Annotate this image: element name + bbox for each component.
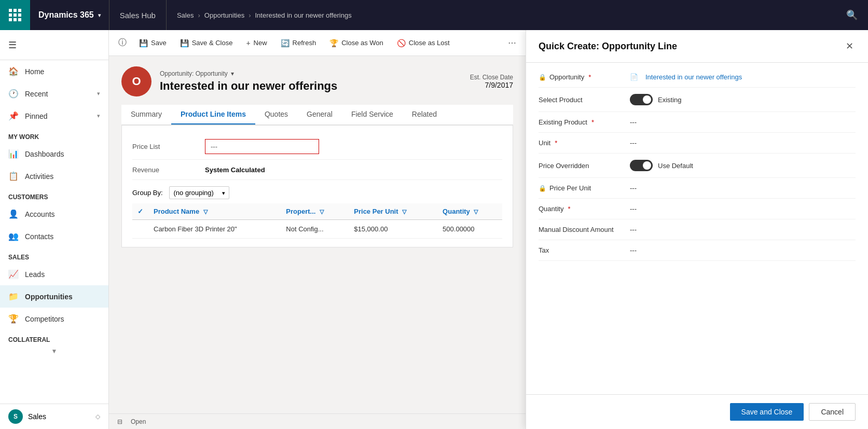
sidebar-item-competitors[interactable]: 🏆 Competitors [0, 308, 108, 330]
quick-create-panel: Quick Create: Opportunity Line ✕ 🔒 Oppor… [526, 30, 868, 429]
sidebar-item-home[interactable]: 🏠 Home [0, 60, 108, 82]
sidebar-item-opportunities[interactable]: 📁 Opportunities [0, 285, 108, 308]
tab-field-service[interactable]: Field Service [342, 105, 403, 124]
tab-general[interactable]: General [297, 105, 342, 124]
table-header-row: ✓ Product Name ▽ Propert... ▽ [132, 203, 502, 220]
save-close-label: Save & Close [192, 39, 233, 47]
sidebar-item-label: Home [25, 67, 44, 76]
opportunity-link[interactable]: Interested in our newer offerings [645, 73, 742, 81]
sidebar-item-pinned[interactable]: 📌 Pinned ▾ [0, 105, 108, 127]
tab-related[interactable]: Related [403, 105, 446, 124]
sidebar-item-label: Leads [25, 270, 45, 279]
cancel-button[interactable]: Cancel [809, 403, 856, 421]
properties-header-label: Propert... [286, 207, 315, 215]
close-won-button[interactable]: 🏆 Close as Won [323, 36, 390, 50]
qc-title: Quick Create: Opportunity Line [539, 41, 677, 52]
sidebar-item-activities[interactable]: 📋 Activities [0, 165, 108, 187]
app-name[interactable]: Dynamics 365 ▾ [30, 0, 109, 30]
quantity-column-header[interactable]: Quantity ▽ [437, 203, 502, 220]
command-bar: ⓘ 💾 Save 💾 Save & Close + New 🔄 Refresh [109, 30, 526, 56]
qc-manual-discount-value: --- [630, 226, 856, 233]
unit-empty[interactable]: --- [630, 139, 637, 147]
quantity-filter-icon[interactable]: ▽ [474, 209, 478, 215]
existing-product-empty[interactable]: --- [630, 118, 637, 126]
quantity-empty[interactable]: --- [630, 205, 637, 213]
price-per-unit-lock-icon: 🔒 [539, 185, 546, 192]
tab-summary[interactable]: Summary [121, 105, 171, 124]
price-per-unit-filter-icon[interactable]: ▽ [402, 209, 406, 215]
qc-quantity-label: Quantity * [539, 205, 622, 213]
manual-discount-empty[interactable]: --- [630, 226, 637, 233]
group-by-select[interactable]: (no grouping) [169, 186, 229, 199]
close-lost-icon: 🚫 [397, 39, 406, 47]
save-close-button[interactable]: 💾 Save & Close [174, 36, 239, 50]
qc-close-button[interactable]: ✕ [844, 38, 856, 54]
select-product-toggle[interactable] [630, 94, 653, 105]
revenue-text: System Calculated [205, 166, 265, 174]
panel-body: Price List --- Revenue System Calculated [121, 125, 513, 247]
sidebar-item-leads[interactable]: 📈 Leads [0, 263, 108, 285]
scroll-down-indicator: ▼ [0, 345, 108, 357]
save-label: Save [151, 39, 167, 47]
price-list-input[interactable]: --- [205, 139, 319, 154]
quantity-required: * [568, 205, 570, 213]
sidebar-item-label: Competitors [25, 315, 64, 323]
record-breadcrumb: Opportunity: Opportunity ▾ [160, 70, 337, 77]
row-check[interactable] [132, 220, 148, 239]
sidebar-item-contacts[interactable]: 👥 Contacts [0, 225, 108, 247]
qc-opportunity-row: 🔒 Opportunity * 📄 Interested in our newe… [539, 67, 856, 88]
new-button[interactable]: + New [240, 36, 273, 50]
activities-icon: 📋 [8, 171, 19, 181]
save-button[interactable]: 💾 Save [133, 36, 173, 50]
qc-manual-discount-label: Manual Discount Amount [539, 226, 622, 233]
main-layout: ☰ 🏠 Home 🕐 Recent ▾ 📌 Pinned ▾ My Work 📊 [0, 30, 868, 429]
breadcrumb: Sales › Opportunities › Interested in ou… [167, 11, 362, 19]
sidebar-item-recent[interactable]: 🕐 Recent ▾ [0, 82, 108, 105]
info-button[interactable]: ⓘ [113, 34, 132, 51]
breadcrumb-sales[interactable]: Sales [177, 11, 194, 19]
existing-product-required: * [591, 118, 594, 126]
qc-price-overridden-row: Price Overridden Use Default [539, 154, 856, 178]
breadcrumb-opportunities[interactable]: Opportunities [204, 11, 244, 19]
tax-empty[interactable]: --- [630, 246, 637, 254]
hamburger-icon[interactable]: ☰ [8, 39, 17, 51]
search-icon[interactable]: 🔍 [836, 9, 868, 21]
qc-tax-label: Tax [539, 246, 622, 254]
price-overridden-toggle[interactable] [630, 160, 653, 171]
close-lost-label: Close as Lost [409, 39, 450, 47]
avatar: S [8, 409, 23, 424]
est-close-date-value: 7/9/2017 [470, 81, 513, 89]
status-bar: ⊟ Open [109, 413, 526, 429]
tab-product-line-items[interactable]: Product Line Items [171, 105, 255, 124]
new-label: New [254, 39, 267, 47]
refresh-button[interactable]: 🔄 Refresh [274, 36, 323, 50]
properties-column-header[interactable]: Propert... ▽ [281, 203, 349, 220]
qc-unit-label: Unit * [539, 139, 622, 147]
revenue-value: System Calculated [205, 165, 502, 174]
refresh-label: Refresh [293, 39, 316, 47]
sidebar-item-label: Contacts [25, 232, 53, 241]
close-lost-button[interactable]: 🚫 Close as Lost [391, 36, 456, 50]
close-won-label: Close as Won [341, 39, 383, 47]
product-name-column-header[interactable]: Product Name ▽ [148, 203, 281, 220]
record-header: O Opportunity: Opportunity ▾ Interested … [121, 66, 513, 96]
more-commands-button[interactable]: ⋯ [503, 35, 521, 51]
sidebar-item-label: Pinned [25, 112, 48, 120]
price-per-unit-column-header[interactable]: Price Per Unit ▽ [349, 203, 437, 220]
table-body: Carbon Fiber 3D Printer 20" Not Config..… [132, 220, 502, 239]
properties-filter-icon[interactable]: ▽ [320, 209, 324, 215]
opportunity-required: * [588, 73, 591, 81]
sidebar-item-dashboards[interactable]: 📊 Dashboards [0, 143, 108, 165]
close-won-icon: 🏆 [329, 39, 338, 47]
qc-unit-row: Unit * --- [539, 133, 856, 154]
save-and-close-button[interactable]: Save and Close [730, 403, 804, 421]
product-name-filter-icon[interactable]: ▽ [203, 209, 208, 215]
qc-price-overridden-label: Price Overridden [539, 162, 622, 170]
app-name-chevron: ▾ [98, 12, 101, 18]
sales-section-header: Sales [0, 247, 108, 263]
breadcrumb-chevron[interactable]: ▾ [231, 70, 234, 77]
qc-price-overridden-value: Use Default [630, 160, 856, 171]
app-grid-button[interactable] [0, 0, 30, 30]
sidebar-item-accounts[interactable]: 👤 Accounts [0, 203, 108, 225]
tab-quotes[interactable]: Quotes [255, 105, 297, 124]
